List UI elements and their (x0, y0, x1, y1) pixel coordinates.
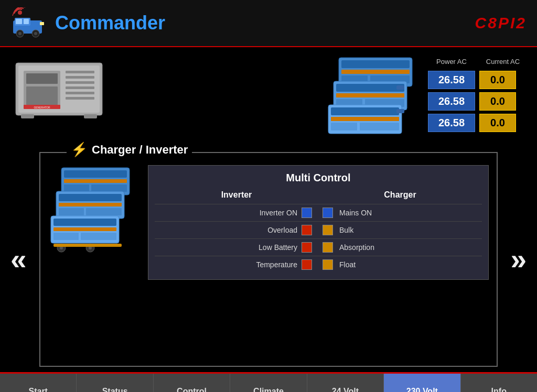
float-label: Float (337, 260, 482, 269)
svg-rect-48 (59, 194, 122, 201)
svg-rect-31 (336, 84, 404, 92)
svg-rect-21 (21, 114, 34, 118)
svg-rect-41 (396, 85, 404, 90)
header-left: Commander (10, 7, 165, 39)
charger-inverter-section: « ⚡ Charger / Inverter (39, 152, 498, 367)
svg-rect-61 (53, 244, 122, 247)
power-row-1: 26.58 0.0 (428, 71, 527, 89)
mains-on-indicator (323, 208, 333, 218)
current-value-3: 0.0 (479, 114, 516, 132)
svg-rect-4 (24, 19, 29, 24)
nav-control-button[interactable]: Control (154, 374, 230, 392)
svg-rect-54 (53, 227, 116, 231)
svg-text:GENERATOR: GENERATOR (34, 106, 50, 109)
low-battery-label: Low Battery (155, 243, 302, 252)
low-battery-indicator (302, 242, 312, 253)
power-table: Power AC Current AC 26.58 0.0 26.58 0.0 … (428, 58, 527, 132)
mains-on-label: Mains ON (337, 209, 482, 217)
svg-rect-15 (66, 71, 94, 73)
svg-rect-32 (336, 93, 404, 97)
nav-24volt-button[interactable]: 24 Volt (307, 374, 384, 392)
inverter-device-image (48, 165, 137, 264)
nav-climate-button[interactable]: Climate (230, 374, 307, 392)
svg-rect-14 (26, 86, 58, 105)
svg-rect-18 (66, 86, 94, 89)
svg-rect-17 (66, 81, 94, 84)
control-column-headers: Inverter Charger (155, 190, 482, 200)
svg-rect-55 (53, 233, 79, 240)
svg-rect-46 (91, 184, 127, 192)
nav-start-button[interactable]: Start (0, 374, 77, 392)
absorption-label: Absorption (337, 243, 482, 252)
current-value-1: 0.0 (479, 71, 516, 89)
inverter-on-indicator (302, 208, 312, 218)
power-row-3: 26.58 0.0 (428, 114, 527, 132)
power-row-2: 26.58 0.0 (428, 92, 527, 111)
svg-point-8 (34, 32, 37, 35)
app-title: Commander (55, 12, 165, 34)
control-row-2: Overload Bulk (155, 221, 482, 238)
svg-rect-56 (81, 233, 116, 240)
current-value-2: 0.0 (479, 92, 516, 111)
svg-rect-43 (64, 170, 127, 178)
control-row-1: Inverter ON Mains ON (155, 204, 482, 221)
svg-rect-38 (331, 123, 357, 130)
multi-control-panel: Multi Control Inverter Charger Inverter … (148, 165, 489, 280)
nav-230volt-button[interactable]: 230 Volt (384, 374, 460, 392)
svg-rect-26 (341, 60, 410, 68)
charger-inner-content: Multi Control Inverter Charger Inverter … (48, 165, 489, 280)
current-ac-header: Current AC (479, 58, 527, 66)
svg-rect-37 (331, 117, 399, 121)
bottom-nav: Start Status Control Climate 24 Volt 230… (0, 372, 537, 392)
nav-status-button[interactable]: Status (77, 374, 153, 392)
charger-inverter-title: Charger / Inverter (92, 143, 188, 157)
control-row-4: Temperature Float (155, 256, 482, 273)
svg-rect-22 (84, 114, 97, 118)
power-value-2: 26.58 (428, 92, 475, 111)
inverter-on-label: Inverter ON (155, 209, 302, 217)
multi-control-title: Multi Control (155, 172, 482, 184)
absorption-indicator (323, 242, 333, 253)
brand-logo: C8PI2 (475, 14, 527, 32)
svg-rect-51 (86, 208, 122, 215)
bulk-label: Bulk (337, 226, 482, 234)
svg-rect-20 (66, 97, 94, 100)
svg-rect-50 (59, 208, 84, 215)
prev-arrow[interactable]: « (10, 243, 27, 276)
overload-indicator (302, 225, 312, 235)
svg-rect-45 (64, 184, 89, 192)
svg-rect-49 (59, 203, 122, 206)
charger-inverter-panel: ⚡ Charger / Inverter (39, 152, 498, 367)
svg-rect-9 (40, 22, 44, 25)
svg-rect-19 (66, 92, 94, 94)
svg-rect-3 (16, 19, 22, 24)
charger-inverter-title-area: ⚡ Charger / Inverter (67, 141, 192, 158)
main-content: GENERATOR (0, 47, 537, 372)
left-device-image: GENERATOR (10, 52, 110, 128)
svg-point-6 (18, 32, 22, 35)
svg-rect-44 (64, 179, 127, 183)
control-row-3: Low Battery Absorption (155, 238, 482, 256)
nav-info-button[interactable]: Info (461, 374, 537, 392)
power-ac-header: Power AC (428, 58, 475, 66)
bulk-indicator (323, 225, 333, 235)
power-value-3: 26.58 (428, 114, 475, 132)
truck-logo-icon (10, 7, 47, 39)
temperature-label: Temperature (155, 260, 302, 269)
charger-column-header: Charger (318, 190, 482, 200)
top-section: GENERATOR (10, 52, 527, 147)
temperature-indicator (302, 259, 312, 270)
svg-rect-53 (53, 219, 116, 226)
power-value-1: 26.58 (428, 71, 475, 89)
power-headers: Power AC Current AC (428, 58, 527, 66)
svg-rect-13 (26, 73, 58, 84)
charger-icon: ⚡ (71, 141, 88, 158)
inverter-column-header: Inverter (155, 190, 318, 200)
next-arrow[interactable]: » (510, 243, 527, 276)
svg-rect-40 (396, 109, 404, 113)
float-indicator (323, 259, 333, 270)
svg-rect-39 (360, 123, 399, 130)
svg-rect-27 (341, 70, 410, 74)
overload-label: Overload (155, 226, 302, 234)
svg-rect-36 (331, 107, 399, 115)
